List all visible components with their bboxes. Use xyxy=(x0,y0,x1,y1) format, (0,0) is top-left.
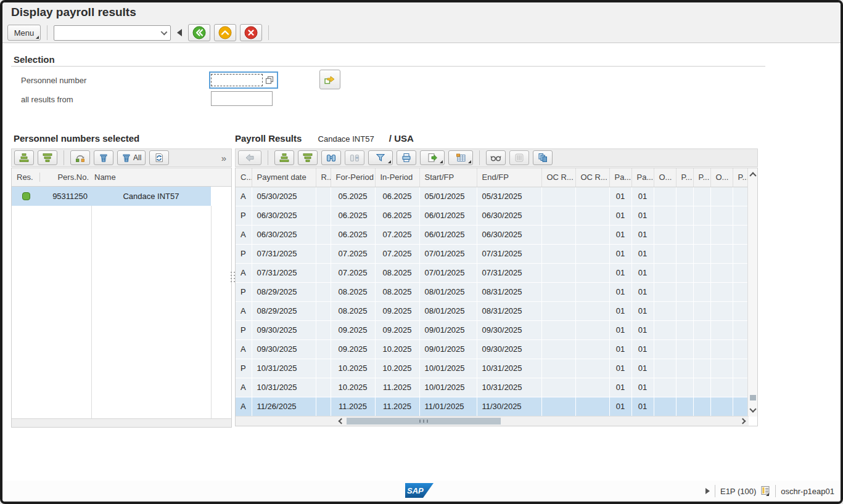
back-button[interactable] xyxy=(188,24,210,41)
col-res[interactable]: Res. xyxy=(12,173,40,182)
col-name[interactable]: Name xyxy=(91,173,211,182)
payroll-cell[interactable]: 01 xyxy=(631,244,654,263)
find-button[interactable] xyxy=(321,150,341,165)
view-button[interactable] xyxy=(486,150,506,165)
payroll-cell[interactable] xyxy=(693,187,710,206)
payroll-cell[interactable] xyxy=(541,244,575,263)
payroll-col-header[interactable]: Pa... xyxy=(609,168,631,187)
payroll-cell[interactable]: A xyxy=(236,225,252,244)
payroll-cell[interactable] xyxy=(316,378,331,397)
export-button[interactable] xyxy=(420,150,445,165)
payroll-cell[interactable] xyxy=(693,359,710,378)
payroll-table-row[interactable]: P08/29/202508.202508.202508/01/202508/31… xyxy=(236,282,749,301)
payroll-cell[interactable]: 01 xyxy=(631,263,654,282)
payroll-cell[interactable] xyxy=(733,339,749,359)
payroll-cell[interactable]: 08.2025 xyxy=(375,282,419,301)
personnel-number-input[interactable] xyxy=(211,74,263,86)
payroll-cell[interactable]: A xyxy=(236,397,252,416)
payroll-cell[interactable]: 10.2025 xyxy=(375,359,419,378)
menu-button[interactable]: Menu xyxy=(7,25,41,41)
payroll-cell[interactable] xyxy=(575,187,609,206)
payroll-cell[interactable]: 01 xyxy=(631,339,654,359)
payroll-cell[interactable]: 10/01/2025 xyxy=(419,359,477,378)
payroll-cell[interactable]: 06/30/2025 xyxy=(252,206,316,225)
payroll-cell[interactable] xyxy=(316,187,331,206)
payroll-cell[interactable] xyxy=(733,282,749,301)
payroll-cell[interactable]: 01 xyxy=(631,187,654,206)
payroll-cell[interactable]: 09/30/2025 xyxy=(477,320,541,339)
payroll-cell[interactable]: 01 xyxy=(609,225,631,244)
payroll-table-row[interactable]: A06/30/202506.202507.202506/01/202506/30… xyxy=(236,225,749,244)
sort-descending-button[interactable] xyxy=(38,150,57,165)
payroll-col-header[interactable]: OC R... xyxy=(541,168,575,187)
payroll-table-row[interactable]: P06/30/202506.202506.202506/01/202506/30… xyxy=(236,206,749,225)
payroll-cell[interactable] xyxy=(541,320,575,339)
payroll-cell[interactable] xyxy=(676,397,693,416)
personnel-row-persno[interactable]: 95311250 xyxy=(40,192,91,201)
payroll-cell[interactable]: 01 xyxy=(609,320,631,339)
payroll-cell[interactable]: 01 xyxy=(609,187,631,206)
payroll-cell[interactable] xyxy=(676,206,693,225)
payroll-cell[interactable]: 06/30/2025 xyxy=(477,206,541,225)
payroll-col-header[interactable]: End/FP xyxy=(477,168,541,187)
payroll-table-row[interactable]: A07/31/202507.202508.202507/01/202507/31… xyxy=(236,263,749,282)
payroll-cell[interactable]: 07.2025 xyxy=(375,244,419,263)
payroll-cell[interactable]: 08/29/2025 xyxy=(252,282,316,301)
payroll-cell[interactable]: 01 xyxy=(631,397,654,416)
payroll-table-row[interactable]: P10/31/202510.202510.202510/01/202510/31… xyxy=(236,359,749,378)
payroll-cell[interactable]: 06/30/2025 xyxy=(252,225,316,244)
payroll-cell[interactable] xyxy=(693,301,710,320)
payroll-cell[interactable]: 11/30/2025 xyxy=(477,397,541,416)
payroll-cell[interactable] xyxy=(316,339,331,359)
payroll-cell[interactable] xyxy=(541,225,575,244)
payroll-cell[interactable]: 01 xyxy=(631,282,654,301)
payroll-col-header[interactable]: P... xyxy=(693,168,710,187)
payroll-cell[interactable]: 01 xyxy=(609,397,631,416)
sort-ascending-button[interactable] xyxy=(274,150,294,165)
payroll-cell[interactable] xyxy=(710,244,733,263)
payroll-cell[interactable]: 09/30/2025 xyxy=(252,320,316,339)
payroll-cell[interactable] xyxy=(693,244,710,263)
payroll-cell[interactable]: 06/01/2025 xyxy=(419,206,477,225)
payroll-cell[interactable] xyxy=(316,225,331,244)
payroll-table-row[interactable]: A05/30/202505.202506.202505/01/202505/31… xyxy=(236,187,749,206)
payroll-cell[interactable]: A xyxy=(236,263,252,282)
payroll-cell[interactable] xyxy=(710,339,733,359)
payroll-cell[interactable] xyxy=(710,187,733,206)
payroll-cell[interactable] xyxy=(710,282,733,301)
horizontal-scrollbar[interactable] xyxy=(236,416,749,426)
delete-button[interactable] xyxy=(94,150,113,165)
payroll-cell[interactable]: 07.2025 xyxy=(331,244,375,263)
payroll-cell[interactable] xyxy=(654,263,676,282)
payroll-col-header[interactable]: For-Period xyxy=(331,168,375,187)
payroll-cell[interactable]: 01 xyxy=(631,301,654,320)
payroll-cell[interactable] xyxy=(541,282,575,301)
payroll-cell[interactable] xyxy=(541,339,575,359)
personnel-row-name[interactable]: Candace INT57 xyxy=(91,192,211,201)
payroll-cell[interactable]: 10/31/2025 xyxy=(252,378,316,397)
payroll-cell[interactable]: 07/01/2025 xyxy=(419,244,477,263)
payroll-cell[interactable]: 05/31/2025 xyxy=(477,187,541,206)
personnel-row[interactable]: 95311250 Candace INT57 xyxy=(12,187,211,206)
payroll-cell[interactable]: 06.2025 xyxy=(375,187,419,206)
payroll-cell[interactable]: 01 xyxy=(609,301,631,320)
payroll-cell[interactable] xyxy=(710,320,733,339)
personnel-grid-hscrollbar[interactable] xyxy=(12,418,231,427)
panel-splitter-handle[interactable] xyxy=(231,272,235,288)
payroll-cell[interactable]: P xyxy=(236,282,252,301)
hscroll-thumb[interactable] xyxy=(347,418,501,425)
payroll-cell[interactable]: P xyxy=(236,206,252,225)
payroll-cell[interactable]: 06.2025 xyxy=(331,225,375,244)
payroll-col-header[interactable]: OC R... xyxy=(575,168,609,187)
payroll-cell[interactable] xyxy=(654,339,676,359)
payroll-cell[interactable] xyxy=(676,301,693,320)
payroll-cell[interactable] xyxy=(733,244,749,263)
payroll-cell[interactable] xyxy=(541,378,575,397)
refresh-button[interactable] xyxy=(149,150,169,165)
command-input[interactable] xyxy=(57,26,155,39)
payroll-cell[interactable]: 06.2025 xyxy=(331,206,375,225)
payroll-cell[interactable]: 01 xyxy=(609,282,631,301)
payroll-cell[interactable]: 01 xyxy=(631,378,654,397)
scroll-up-icon[interactable] xyxy=(749,172,756,179)
sort-descending-button[interactable] xyxy=(298,150,318,165)
